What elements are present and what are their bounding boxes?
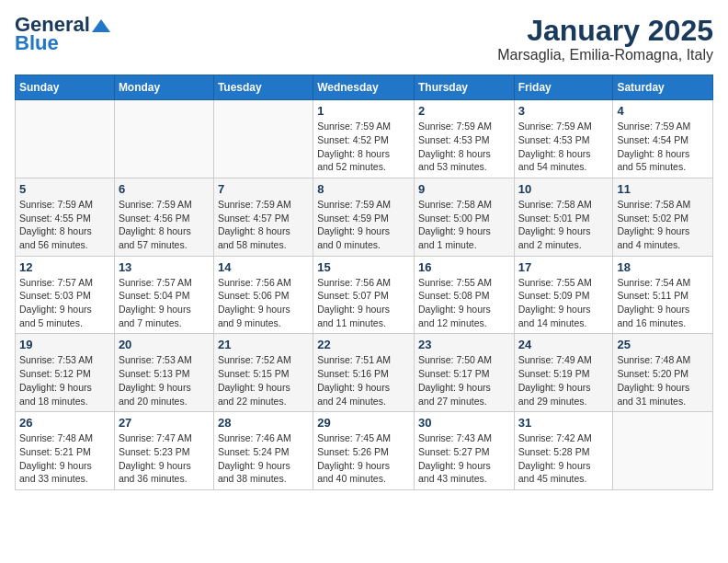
day-number: 24 [518,338,609,351]
day-info: Sunrise: 7:58 AM Sunset: 5:02 PM Dayligh… [617,198,709,252]
calendar-cell: 5Sunrise: 7:59 AM Sunset: 4:55 PM Daylig… [16,178,115,256]
day-number: 28 [218,416,309,430]
weekday-header: Sunday [16,75,115,100]
calendar-cell: 30Sunrise: 7:43 AM Sunset: 5:27 PM Dayli… [414,412,514,490]
calendar-cell: 16Sunrise: 7:55 AM Sunset: 5:08 PM Dayli… [414,256,514,334]
page-title: January 2025 [497,15,713,47]
day-number: 8 [317,182,410,196]
calendar-week-row: 26Sunrise: 7:48 AM Sunset: 5:21 PM Dayli… [16,412,713,490]
day-info: Sunrise: 7:53 AM Sunset: 5:13 PM Dayligh… [119,353,210,408]
calendar-cell: 27Sunrise: 7:47 AM Sunset: 5:23 PM Dayli… [114,412,213,490]
title-area: January 2025 Marsaglia, Emilia-Romagna, … [497,15,713,63]
day-number: 30 [418,416,510,430]
calendar-cell: 2Sunrise: 7:59 AM Sunset: 4:53 PM Daylig… [414,100,514,178]
calendar-cell: 28Sunrise: 7:46 AM Sunset: 5:24 PM Dayli… [213,412,313,490]
calendar-cell: 1Sunrise: 7:59 AM Sunset: 4:52 PM Daylig… [313,100,415,178]
calendar-cell: 25Sunrise: 7:48 AM Sunset: 5:20 PM Dayli… [613,334,713,412]
day-info: Sunrise: 7:50 AM Sunset: 5:17 PM Dayligh… [418,353,510,408]
day-info: Sunrise: 7:49 AM Sunset: 5:19 PM Dayligh… [518,353,609,408]
day-info: Sunrise: 7:58 AM Sunset: 5:01 PM Dayligh… [518,198,609,252]
calendar-cell: 11Sunrise: 7:58 AM Sunset: 5:02 PM Dayli… [613,178,713,256]
page-subtitle: Marsaglia, Emilia-Romagna, Italy [497,47,713,63]
day-number: 14 [218,260,309,274]
calendar-cell: 3Sunrise: 7:59 AM Sunset: 4:53 PM Daylig… [514,100,613,178]
calendar-cell [213,100,313,178]
day-info: Sunrise: 7:55 AM Sunset: 5:09 PM Dayligh… [518,276,609,330]
calendar-cell: 6Sunrise: 7:59 AM Sunset: 4:56 PM Daylig… [114,178,213,256]
day-number: 25 [617,338,709,351]
day-info: Sunrise: 7:43 AM Sunset: 5:27 PM Dayligh… [418,431,510,486]
calendar-cell: 21Sunrise: 7:52 AM Sunset: 5:15 PM Dayli… [213,334,313,412]
day-info: Sunrise: 7:51 AM Sunset: 5:16 PM Dayligh… [317,353,410,408]
day-info: Sunrise: 7:59 AM Sunset: 4:53 PM Dayligh… [418,120,510,174]
day-number: 5 [19,182,110,196]
calendar-cell: 7Sunrise: 7:59 AM Sunset: 4:57 PM Daylig… [213,178,313,256]
calendar-cell: 19Sunrise: 7:53 AM Sunset: 5:12 PM Dayli… [16,334,115,412]
logo: General Blue [15,15,110,55]
day-info: Sunrise: 7:59 AM Sunset: 4:56 PM Dayligh… [119,198,210,252]
calendar-cell: 18Sunrise: 7:54 AM Sunset: 5:11 PM Dayli… [613,256,713,334]
day-number: 16 [418,260,510,274]
calendar-cell: 15Sunrise: 7:56 AM Sunset: 5:07 PM Dayli… [313,256,415,334]
day-info: Sunrise: 7:48 AM Sunset: 5:20 PM Dayligh… [617,353,709,408]
day-number: 26 [19,416,110,430]
day-info: Sunrise: 7:48 AM Sunset: 5:21 PM Dayligh… [19,431,110,486]
day-number: 27 [119,416,210,430]
day-number: 7 [218,182,309,196]
calendar-week-row: 19Sunrise: 7:53 AM Sunset: 5:12 PM Dayli… [16,334,713,412]
calendar-week-row: 12Sunrise: 7:57 AM Sunset: 5:03 PM Dayli… [16,256,713,334]
day-number: 13 [119,260,210,274]
weekday-header: Thursday [414,75,514,100]
day-number: 23 [418,338,510,351]
day-number: 18 [617,260,709,274]
day-number: 19 [19,338,110,351]
day-number: 1 [317,104,410,118]
calendar-table: SundayMondayTuesdayWednesdayThursdayFrid… [15,75,713,490]
day-number: 12 [19,260,110,274]
calendar-header-row: SundayMondayTuesdayWednesdayThursdayFrid… [16,75,713,100]
weekday-header: Tuesday [213,75,313,100]
svg-marker-0 [92,19,110,32]
calendar-cell: 24Sunrise: 7:49 AM Sunset: 5:19 PM Dayli… [514,334,613,412]
day-info: Sunrise: 7:58 AM Sunset: 5:00 PM Dayligh… [418,198,510,252]
day-info: Sunrise: 7:52 AM Sunset: 5:15 PM Dayligh… [218,353,309,408]
logo-blue: Blue [15,31,59,55]
day-number: 2 [418,104,510,118]
day-info: Sunrise: 7:59 AM Sunset: 4:55 PM Dayligh… [19,198,110,252]
day-number: 31 [518,416,609,430]
day-info: Sunrise: 7:46 AM Sunset: 5:24 PM Dayligh… [218,431,309,486]
calendar-cell: 8Sunrise: 7:59 AM Sunset: 4:59 PM Daylig… [313,178,415,256]
calendar-cell: 20Sunrise: 7:53 AM Sunset: 5:13 PM Dayli… [114,334,213,412]
calendar-cell: 9Sunrise: 7:58 AM Sunset: 5:00 PM Daylig… [414,178,514,256]
day-number: 4 [617,104,709,118]
day-info: Sunrise: 7:45 AM Sunset: 5:26 PM Dayligh… [317,431,410,486]
header: General Blue January 2025 Marsaglia, Emi… [15,15,713,63]
day-info: Sunrise: 7:59 AM Sunset: 4:52 PM Dayligh… [317,120,410,174]
day-number: 10 [518,182,609,196]
day-number: 22 [317,338,410,351]
weekday-header: Friday [514,75,613,100]
day-number: 3 [518,104,609,118]
day-info: Sunrise: 7:59 AM Sunset: 4:57 PM Dayligh… [218,198,309,252]
calendar-cell: 4Sunrise: 7:59 AM Sunset: 4:54 PM Daylig… [613,100,713,178]
calendar-week-row: 5Sunrise: 7:59 AM Sunset: 4:55 PM Daylig… [16,178,713,256]
calendar-cell: 13Sunrise: 7:57 AM Sunset: 5:04 PM Dayli… [114,256,213,334]
calendar-cell: 31Sunrise: 7:42 AM Sunset: 5:28 PM Dayli… [514,412,613,490]
day-number: 6 [119,182,210,196]
calendar-cell: 26Sunrise: 7:48 AM Sunset: 5:21 PM Dayli… [16,412,115,490]
weekday-header: Saturday [613,75,713,100]
weekday-header: Monday [114,75,213,100]
day-number: 20 [119,338,210,351]
day-info: Sunrise: 7:54 AM Sunset: 5:11 PM Dayligh… [617,276,709,330]
calendar-cell: 29Sunrise: 7:45 AM Sunset: 5:26 PM Dayli… [313,412,415,490]
calendar-cell [114,100,213,178]
calendar-cell [16,100,115,178]
day-info: Sunrise: 7:59 AM Sunset: 4:54 PM Dayligh… [617,120,709,174]
calendar-cell: 12Sunrise: 7:57 AM Sunset: 5:03 PM Dayli… [16,256,115,334]
day-number: 17 [518,260,609,274]
day-info: Sunrise: 7:57 AM Sunset: 5:03 PM Dayligh… [19,276,110,330]
day-info: Sunrise: 7:56 AM Sunset: 5:06 PM Dayligh… [218,276,309,330]
calendar-cell [613,412,713,490]
weekday-header: Wednesday [313,75,415,100]
day-info: Sunrise: 7:47 AM Sunset: 5:23 PM Dayligh… [119,431,210,486]
